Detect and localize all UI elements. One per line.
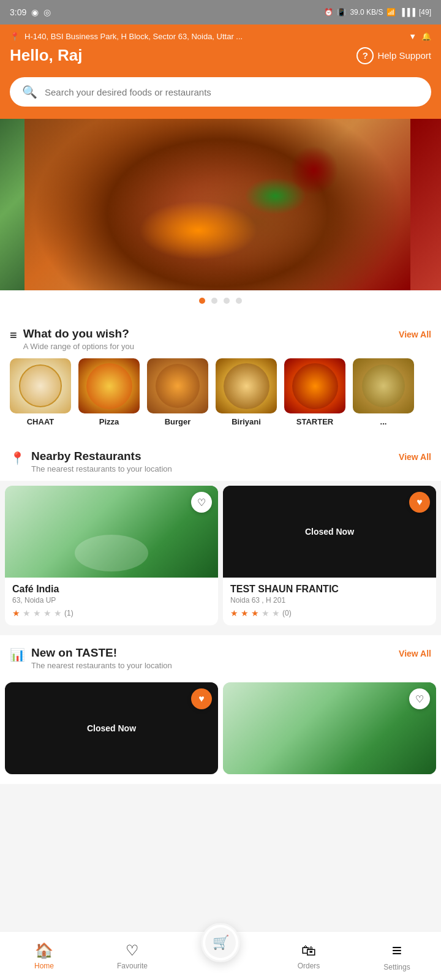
star-t4: ★ [262,608,270,618]
search-icon: 🔍 [22,85,37,99]
banner-main-image [24,119,410,290]
new-card-right[interactable]: ♡ [223,682,436,774]
new-taste-header: 📊 New on TASTE! The nearest restaurants … [0,635,441,677]
nav-favourite-label: Favourite [117,962,148,970]
new-card-img-left: Closed Now ♥ [5,682,218,774]
bottom-spacer [0,784,441,839]
dot-3[interactable] [224,298,230,304]
restaurant-rating-test: ★ ★ ★ ★ ★ (0) [230,608,429,618]
status-left: 3:09 ◉ ◎ [10,7,51,17]
new-fav-btn-right[interactable]: ♡ [409,688,430,709]
star-3: ★ [33,608,41,618]
categories-section: CHAAT Pizza Burger [0,358,441,439]
star-t3: ★ [251,608,259,618]
search-input[interactable] [45,87,419,97]
category-label-pizza: Pizza [99,417,119,426]
help-support-button[interactable]: ? Help Support [356,47,431,64]
fav-btn-test[interactable]: ♥ [409,492,430,513]
alarm-icon: ⏰ [324,8,333,17]
wish-title-text: What do you wish? A Wide range of option… [23,327,134,351]
cart-icon-inner: 🛒 [205,927,236,958]
nearby-title-text: Nearby Restaurants The nearest restauran… [31,450,172,473]
new-taste-view-all[interactable]: View All [399,646,431,658]
dot-1[interactable] [199,298,205,304]
category-biriyani[interactable]: Biriyani [216,358,277,426]
category-label-chaat: CHAAT [27,417,55,426]
status-icon-2: ◎ [43,7,51,17]
fav-btn-cafe[interactable]: ♡ [191,492,212,513]
closed-overlay-test: Closed Now [223,486,436,578]
time: 3:09 [10,7,26,17]
rating-count-cafe: (1) [64,609,74,617]
status-icon-1: ◉ [31,7,39,17]
restaurant-img-test: Closed Now ♥ [223,486,436,578]
wish-section: ≡ What do you wish? A Wide range of opti… [0,316,441,439]
banner-side-left [0,119,24,290]
banner-food-visual [24,119,410,290]
nearby-title: Nearby Restaurants [31,450,172,463]
category-label-starter: STARTER [296,417,333,426]
category-more[interactable]: ... [353,358,414,426]
new-taste-title: New on TASTE! [31,646,172,660]
star-t1: ★ [230,608,238,618]
favourite-icon: ♡ [126,942,139,959]
restaurant-name-cafe: Café India [12,584,211,595]
category-chaat[interactable]: CHAAT [10,358,71,426]
rating-count-test: (0) [282,609,292,617]
restaurant-img-cafe: ♡ [5,486,218,578]
wish-title: What do you wish? [23,327,134,341]
new-taste-section: 📊 New on TASTE! The nearest restaurants … [0,635,441,784]
restaurant-card-test[interactable]: Closed Now ♥ TEST SHAUN FRANTIC Noida 63… [223,486,436,625]
chart-icon: 📊 [10,647,25,662]
nav-home[interactable]: 🏠 Home [0,942,88,970]
restaurant-card-cafe-india[interactable]: ♡ Café India 63, Noida UP ★ ★ ★ ★ ★ (1) [5,486,218,625]
category-label-more: ... [380,417,387,426]
category-pizza[interactable]: Pizza [78,358,140,426]
nav-cart-center[interactable]: 🛒 [176,938,265,962]
search-bar[interactable]: 🔍 [10,77,431,107]
header: 📍 H-140, BSI Business Park, H Block, Sec… [0,24,441,77]
restaurant-addr-test: Noida 63 , H 201 [230,596,429,605]
new-closed-overlay: Closed Now [5,682,218,774]
dropdown-icon[interactable]: ▼ [409,32,417,41]
wish-section-header: ≡ What do you wish? A Wide range of opti… [0,316,441,358]
closed-text-test: Closed Now [305,527,354,537]
dot-2[interactable] [211,298,217,304]
dot-4[interactable] [236,298,242,304]
new-closed-text: Closed Now [87,723,136,733]
vibrate-icon: 📳 [337,8,346,17]
header-location-row[interactable]: 📍 H-140, BSI Business Park, H Block, Sec… [10,32,431,41]
nearby-title-group: 📍 Nearby Restaurants The nearest restaur… [10,450,172,473]
category-label-biriyani: Biriyani [232,417,261,426]
new-taste-title-text: New on TASTE! The nearest restaurants to… [31,646,172,670]
search-container: 🔍 [0,77,441,119]
nav-settings[interactable]: ≡ Settings [353,941,441,971]
new-taste-title-group: 📊 New on TASTE! The nearest restaurants … [10,646,172,670]
heart-icon-new-left: ♥ [198,693,205,704]
new-card-left[interactable]: Closed Now ♥ [5,682,218,774]
cart-button-wrapper[interactable]: 🛒 [201,923,240,962]
wish-icon: ≡ [10,328,17,342]
location-text: H-140, BSI Business Park, H Block, Secto… [24,32,404,41]
nav-favourite[interactable]: ♡ Favourite [88,942,176,970]
help-icon: ? [356,47,374,64]
nav-orders[interactable]: 🛍 Orders [265,942,353,970]
status-right: ⏰ 📳 39.0 KB/S 📶 ▐▐▐ [49] [324,8,431,17]
category-img-chaat [10,358,71,413]
categories-scroll[interactable]: CHAAT Pizza Burger [10,358,431,426]
new-fav-btn-left[interactable]: ♥ [191,688,212,709]
category-label-burger: Burger [165,417,191,426]
orders-icon: 🛍 [301,942,316,959]
greeting-text: Hello, Raj [10,46,82,65]
restaurant-name-test: TEST SHAUN FRANTIC [230,584,429,595]
nearby-view-all[interactable]: View All [399,450,431,462]
nearby-header: 📍 Nearby Restaurants The nearest restaur… [0,439,441,481]
notification-icon[interactable]: 🔔 [421,32,431,41]
restaurant-addr-cafe: 63, Noida UP [12,596,211,605]
heart-icon-test: ♥ [417,497,423,508]
category-burger[interactable]: Burger [147,358,208,426]
banner-section [0,119,441,316]
banner-scroll[interactable] [0,119,441,290]
category-starter[interactable]: STARTER [284,358,345,426]
wish-view-all[interactable]: View All [399,327,431,339]
